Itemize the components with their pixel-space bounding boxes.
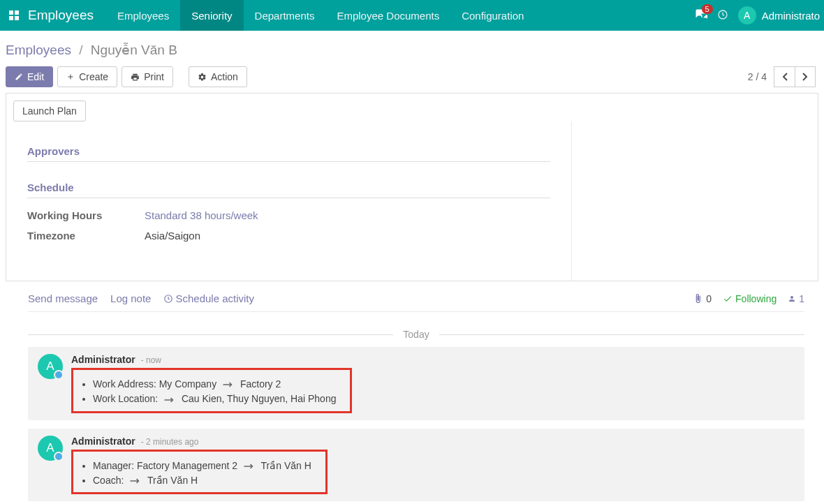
breadcrumb-parent[interactable]: Employees [6, 43, 71, 57]
followers-button[interactable]: 1 [788, 293, 804, 304]
field-working-hours: Working Hours Standard 38 hours/week [27, 205, 550, 225]
create-label: Create [79, 71, 108, 82]
following-label: Following [735, 293, 777, 304]
section-schedule-title: Schedule [27, 181, 550, 198]
top-menu: Employees Seniority Departments Employee… [106, 0, 535, 31]
app-name: Employees [28, 8, 106, 23]
activity-icon[interactable] [717, 9, 728, 22]
menu-employee-documents[interactable]: Employee Documents [325, 0, 450, 31]
field-value: Asia/Saigon [145, 230, 200, 242]
svg-rect-2 [9, 16, 13, 20]
change-highlight: Work Address: My Company Factory 2Work L… [71, 368, 352, 413]
follow-button[interactable]: Following [723, 293, 777, 304]
edit-button[interactable]: Edit [6, 66, 53, 87]
today-separator: Today [393, 329, 439, 340]
message: AAdministrator - 2 minutes agoManager: F… [28, 429, 804, 502]
print-label: Print [144, 71, 164, 82]
attachments-button[interactable]: 0 [693, 293, 712, 304]
message-author: Administrator [71, 436, 135, 447]
breadcrumb: Employees / Nguyễn Văn B [6, 39, 818, 66]
followers-count: 1 [799, 293, 804, 304]
create-button[interactable]: Create [57, 66, 117, 87]
form-sheet: Launch Plan Approvers Schedule Working H… [6, 93, 818, 281]
chat-icon[interactable]: 5 [695, 8, 707, 23]
svg-rect-1 [15, 10, 19, 15]
change-highlight: Manager: Factory Management 2 Trần Văn H… [71, 450, 328, 495]
pager-next[interactable] [795, 66, 816, 87]
action-label: Action [211, 71, 238, 82]
control-panel: Employees / Nguyễn Văn B Edit Create Pri… [0, 31, 824, 93]
avatar: A [738, 6, 756, 24]
apps-launcher-icon[interactable] [0, 10, 28, 21]
menu-employees[interactable]: Employees [106, 0, 180, 31]
section-approvers-title: Approvers [27, 145, 550, 162]
menu-departments[interactable]: Departments [244, 0, 326, 31]
pager-prev[interactable] [774, 66, 795, 87]
breadcrumb-current: Nguyễn Văn B [91, 43, 177, 57]
attachments-count: 0 [706, 293, 712, 304]
message: AAdministrator - nowWork Address: My Com… [28, 347, 804, 420]
menu-configuration[interactable]: Configuration [450, 0, 535, 31]
menu-seniority[interactable]: Seniority [180, 0, 243, 31]
log-note-tab[interactable]: Log note [110, 292, 151, 304]
svg-rect-3 [15, 16, 19, 20]
send-message-tab[interactable]: Send message [28, 292, 98, 304]
field-value[interactable]: Standard 38 hours/week [145, 209, 258, 221]
message-avatar: A [38, 354, 63, 379]
message-time: - now [141, 355, 161, 365]
top-navbar: Employees Employees Seniority Department… [0, 0, 824, 31]
pager-counter: 2 / 4 [748, 71, 767, 82]
chat-badge: 5 [702, 4, 713, 14]
schedule-activity-tab[interactable]: Schedule activity [163, 292, 254, 304]
chatter: Send message Log note Schedule activity … [0, 281, 824, 501]
edit-label: Edit [27, 71, 44, 82]
message-time: - 2 minutes ago [141, 437, 199, 447]
field-label: Timezone [27, 230, 145, 242]
user-name: Administrato [762, 10, 820, 22]
svg-rect-0 [9, 10, 13, 15]
launch-plan-button[interactable]: Launch Plan [13, 101, 86, 121]
message-avatar: A [38, 436, 63, 461]
message-author: Administrator [71, 354, 135, 365]
field-label: Working Hours [27, 209, 145, 221]
field-timezone: Timezone Asia/Saigon [27, 225, 550, 246]
print-button[interactable]: Print [122, 66, 173, 87]
user-menu[interactable]: A Administrato [738, 6, 820, 24]
action-button[interactable]: Action [189, 66, 247, 87]
